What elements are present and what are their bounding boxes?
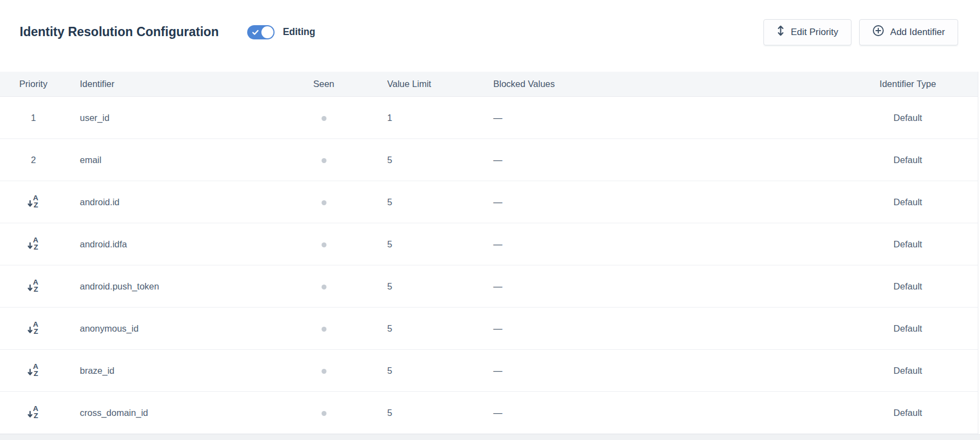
value-limit: 1 bbox=[346, 113, 492, 123]
toggle-knob bbox=[261, 26, 273, 38]
identifier-name: braze_id bbox=[67, 366, 302, 376]
identifier-name: user_id bbox=[67, 113, 302, 123]
svg-text:Z: Z bbox=[33, 243, 38, 251]
blocked-values: — bbox=[492, 408, 838, 418]
seen-dot-icon bbox=[322, 285, 326, 290]
value-limit: 5 bbox=[346, 281, 492, 292]
topbar: Identity Resolution Configuration Editin… bbox=[0, 0, 980, 72]
sort-alpha-asc-icon[interactable]: A Z bbox=[27, 320, 40, 337]
identifier-name: email bbox=[67, 155, 302, 165]
blocked-values: — bbox=[492, 197, 838, 207]
column-header-value-limit: Value Limit bbox=[346, 79, 492, 89]
table-header-row: Priority Identifier Seen Value Limit Blo… bbox=[0, 72, 978, 97]
svg-text:Z: Z bbox=[33, 201, 38, 209]
svg-text:Z: Z bbox=[33, 412, 38, 419]
seen-dot-icon bbox=[322, 411, 326, 416]
toolbar: Edit Priority Add Identifier bbox=[763, 19, 958, 45]
sort-alpha-asc-icon[interactable]: A Z bbox=[27, 236, 40, 253]
column-header-identifier: Identifier bbox=[67, 79, 302, 89]
priority-number: 2 bbox=[31, 155, 36, 165]
page-title: Identity Resolution Configuration bbox=[20, 25, 219, 39]
sort-alpha-asc-icon[interactable]: A Z bbox=[27, 278, 40, 295]
identifier-type: Default bbox=[838, 408, 978, 418]
table-row[interactable]: A Z android.idfa 5 — Default bbox=[0, 223, 978, 265]
identifier-name: android.idfa bbox=[67, 239, 302, 250]
svg-text:Z: Z bbox=[33, 285, 38, 293]
value-limit: 5 bbox=[346, 408, 492, 418]
seen-dot-icon bbox=[322, 327, 326, 332]
table-row[interactable]: 2 A Z email 5 — Default bbox=[0, 139, 978, 181]
column-header-blocked-values: Blocked Values bbox=[492, 79, 838, 89]
table-row[interactable]: A Z braze_id 5 — Default bbox=[0, 350, 978, 392]
edit-priority-button[interactable]: Edit Priority bbox=[763, 19, 851, 45]
blocked-values: — bbox=[492, 323, 838, 334]
blocked-values: — bbox=[492, 239, 838, 250]
identifier-name: anonymous_id bbox=[67, 323, 302, 334]
identifier-type: Default bbox=[838, 323, 978, 334]
identifier-name: cross_domain_id bbox=[67, 408, 302, 418]
identifier-type: Default bbox=[838, 155, 978, 165]
table-row[interactable]: A Z cross_domain_id 5 — Default bbox=[0, 392, 978, 434]
identifier-type: Default bbox=[838, 113, 978, 123]
svg-text:Z: Z bbox=[33, 369, 38, 377]
identifiers-table: Priority Identifier Seen Value Limit Blo… bbox=[0, 72, 978, 434]
identifier-name: android.push_token bbox=[67, 281, 302, 292]
table-body: 1 A Z user_id 1 — Default 2 A Z bbox=[0, 97, 978, 434]
value-limit: 5 bbox=[346, 366, 492, 376]
identifier-type: Default bbox=[838, 197, 978, 207]
blocked-values: — bbox=[492, 113, 838, 123]
seen-dot-icon bbox=[322, 116, 326, 121]
table-row[interactable]: A Z android.id 5 — Default bbox=[0, 181, 978, 223]
edit-priority-label: Edit Priority bbox=[791, 27, 838, 38]
column-header-identifier-type: Identifier Type bbox=[838, 79, 978, 89]
editing-toggle-label: Editing bbox=[283, 26, 315, 38]
check-icon bbox=[252, 28, 259, 36]
blocked-values: — bbox=[492, 155, 838, 165]
seen-dot-icon bbox=[322, 200, 326, 205]
value-limit: 5 bbox=[346, 155, 492, 165]
column-header-seen: Seen bbox=[302, 79, 346, 89]
svg-text:Z: Z bbox=[33, 327, 38, 335]
seen-dot-icon bbox=[322, 242, 326, 247]
identifier-type: Default bbox=[838, 366, 978, 376]
seen-dot-icon bbox=[322, 369, 326, 374]
plus-circle-icon bbox=[872, 25, 884, 39]
table-row[interactable]: 1 A Z user_id 1 — Default bbox=[0, 97, 978, 139]
up-down-arrow-icon bbox=[777, 25, 785, 39]
value-limit: 5 bbox=[346, 239, 492, 250]
add-identifier-label: Add Identifier bbox=[890, 27, 945, 38]
editing-toggle[interactable] bbox=[247, 25, 275, 39]
sort-alpha-asc-icon[interactable]: A Z bbox=[27, 194, 40, 211]
blocked-values: — bbox=[492, 366, 838, 376]
value-limit: 5 bbox=[346, 197, 492, 207]
identifier-type: Default bbox=[838, 281, 978, 292]
bottom-divider bbox=[0, 434, 980, 440]
seen-dot-icon bbox=[322, 158, 326, 163]
table-row[interactable]: A Z android.push_token 5 — Default bbox=[0, 265, 978, 308]
table-row[interactable]: A Z anonymous_id 5 — Default bbox=[0, 308, 978, 350]
value-limit: 5 bbox=[346, 323, 492, 334]
add-identifier-button[interactable]: Add Identifier bbox=[859, 19, 958, 45]
sort-alpha-asc-icon[interactable]: A Z bbox=[27, 404, 40, 421]
blocked-values: — bbox=[492, 281, 838, 292]
identifier-type: Default bbox=[838, 239, 978, 250]
identifier-name: android.id bbox=[67, 197, 302, 207]
column-header-priority: Priority bbox=[0, 79, 67, 89]
priority-number: 1 bbox=[31, 113, 36, 123]
sort-alpha-asc-icon[interactable]: A Z bbox=[27, 362, 40, 379]
